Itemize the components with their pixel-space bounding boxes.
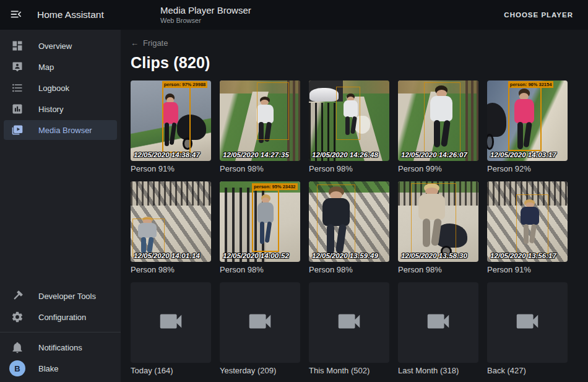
user-name: Blake [38,364,59,373]
sidebar-item-label: Configuration [38,313,86,322]
sidebar-item-label: History [38,105,63,114]
clip-label: Person 98% [220,164,300,173]
video-icon [513,307,542,338]
folder-label: Today (164) [131,366,211,375]
clip-card[interactable]: 12/05/2020 13:59:49Person 98% [309,181,389,274]
breadcrumb-back[interactable]: ← Frigate [131,38,168,48]
sidebar-item-overview[interactable]: Overview [4,36,117,56]
clip-timestamp: 12/05/2020 14:27:35 [223,151,300,158]
clip-card[interactable]: 12/05/2020 14:01:14Person 98% [131,181,211,274]
video-icon [335,307,363,338]
folder-card[interactable]: Yesterday (209) [220,282,300,375]
clip-thumbnail: 12/05/2020 14:26:07 [398,80,478,161]
sidebar-nav: OverviewMapLogbookHistoryMedia Browser [0,35,121,141]
sidebar-divider [0,332,121,332]
clip-thumbnail: person: 96% 3215412/05/2020 14:03:17 [487,80,568,161]
clip-label: Person 98% [398,265,478,274]
video-icon [424,307,452,338]
play-box-multiple-icon [11,124,24,136]
clip-label: Person 98% [131,265,211,274]
scene-car [309,88,339,102]
breadcrumb-label: Frigate [143,38,168,48]
clip-card[interactable]: person: 96% 3215412/05/2020 14:03:17Pers… [487,80,568,173]
clip-timestamp: 12/05/2020 14:26:48 [312,151,389,158]
choose-player-button[interactable]: CHOOSE PLAYER [499,6,578,24]
detection-bbox [162,82,191,153]
clip-thumbnail: 12/05/2020 13:59:49 [309,181,389,262]
map-account-icon [11,61,24,73]
clip-card[interactable]: 12/05/2020 14:26:48Person 98% [309,80,389,173]
clip-thumbnail: 12/05/2020 14:01:14 [131,181,211,262]
clip-thumbnail: 12/05/2020 14:26:48 [309,80,389,161]
folder-card[interactable]: This Month (502) [309,282,389,375]
detection-bbox [411,183,456,258]
clip-card[interactable]: 12/05/2020 13:56:17Person 91% [487,181,568,274]
sidebar-item-label: Developer Tools [38,292,96,301]
bell-icon [11,341,24,354]
detection-bbox [317,184,355,259]
video-icon [157,307,185,338]
folder-label: Last Month (318) [398,366,478,375]
sidebar-footer: Developer ToolsConfiguration Notificatio… [0,285,121,382]
clip-timestamp: 12/05/2020 14:38:47 [134,151,211,158]
clip-card[interactable]: person: 97% 2998812/05/2020 14:38:47Pers… [131,80,211,173]
detection-bbox [424,82,461,157]
detection-bbox [252,189,279,252]
sidebar-item-label: Media Browser [38,126,92,135]
clip-timestamp: 12/05/2020 14:03:17 [490,151,568,158]
video-icon [246,307,274,338]
folder-card[interactable]: Today (164) [131,282,211,375]
avatar: B [9,360,25,376]
sidebar-item-label: Logbook [38,84,69,93]
folder-label: Back (427) [487,366,568,375]
clip-card[interactable]: 12/05/2020 13:58:30Person 98% [398,181,478,274]
sidebar-item-label: Overview [38,41,72,51]
detection-tag: person: 97% 29988 [162,81,208,88]
topbar-left: Home Assistant [0,7,121,22]
page-title: Clips (820) [131,54,578,72]
folder-thumbnail [398,282,478,363]
sidebar-item-media-browser[interactable]: Media Browser [4,120,117,140]
folder-thumbnail [309,282,389,363]
cog-icon [11,311,24,323]
sidebar-item-logbook[interactable]: Logbook [4,78,117,98]
clip-timestamp: 12/05/2020 13:59:49 [312,252,389,259]
folder-label: Yesterday (209) [220,366,300,375]
folder-thumbnail [131,282,211,363]
clip-timestamp: 12/05/2020 13:56:17 [490,252,568,259]
folder-thumbnail [487,282,568,363]
clip-card[interactable]: 12/05/2020 14:27:35Person 98% [220,80,300,173]
folder-card[interactable]: Back (427) [487,282,568,375]
media-grid: person: 97% 2998812/05/2020 14:38:47Pers… [131,80,578,375]
sidebar-item-notifications[interactable]: Notifications [4,337,117,357]
sidebar-item-configuration[interactable]: Configuration [4,307,117,327]
clip-thumbnail: person: 95% 2343212/05/2020 14:00:52 [220,181,300,262]
sidebar-item-developer-tools[interactable]: Developer Tools [4,286,117,306]
clip-label: Person 91% [487,265,568,274]
view-dashboard-icon [11,40,24,52]
scene-railing-right [287,80,300,161]
sidebar-item-label: Notifications [38,343,82,352]
clip-label: Person 98% [220,265,300,274]
stroller-shape [487,103,506,149]
clip-timestamp: 12/05/2020 14:26:07 [401,151,478,158]
folder-card[interactable]: Last Month (318) [398,282,478,375]
clip-timestamp: 12/05/2020 14:01:14 [134,252,211,259]
scene-railing-right [465,80,478,161]
sidebar-item-map[interactable]: Map [4,57,117,77]
sidebar-item-label: Map [38,63,54,72]
chart-box-icon [11,103,24,115]
folder-label: This Month (502) [309,366,389,375]
sidebar-item-history[interactable]: History [4,99,117,119]
menu-open-icon[interactable] [9,7,24,22]
back-arrow-icon: ← [131,38,139,48]
app-title: Home Assistant [37,9,104,20]
detection-tag: person: 96% 32154 [508,81,554,88]
clip-card[interactable]: person: 95% 2343212/05/2020 14:00:52Pers… [220,181,300,274]
clip-label: Person 98% [309,265,389,274]
sidebar-item-user[interactable]: B Blake [4,358,117,378]
clip-card[interactable]: 12/05/2020 14:26:07Person 99% [398,80,478,173]
panel-subtitle: Web Browser [160,17,499,25]
clip-timestamp: 12/05/2020 14:00:52 [223,252,300,259]
detection-bbox [508,87,542,151]
